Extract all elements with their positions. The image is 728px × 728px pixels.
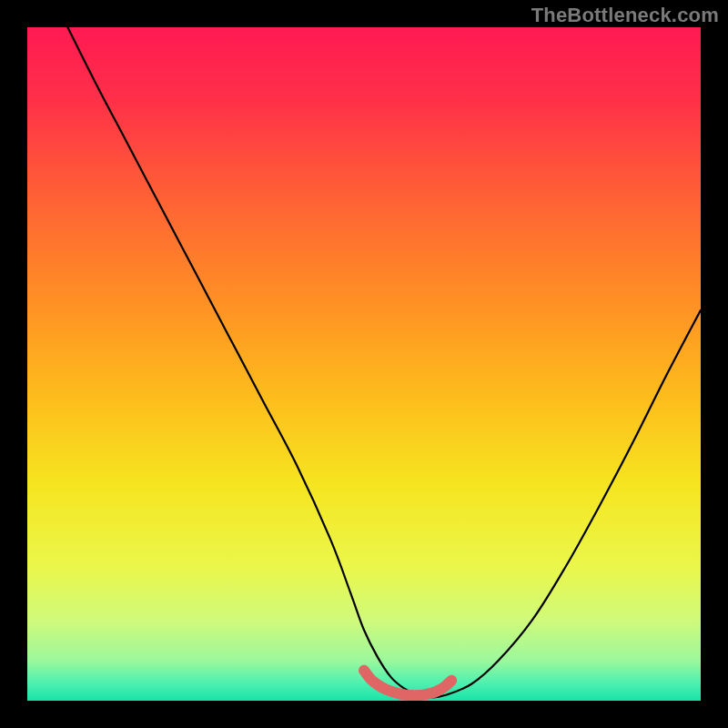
optimal-band [364,671,451,695]
plot-area [27,27,701,701]
bottleneck-curve [67,27,701,697]
watermark-text: TheBottleneck.com [531,4,719,27]
chart-frame: TheBottleneck.com [0,0,728,728]
curve-layer [27,27,701,701]
